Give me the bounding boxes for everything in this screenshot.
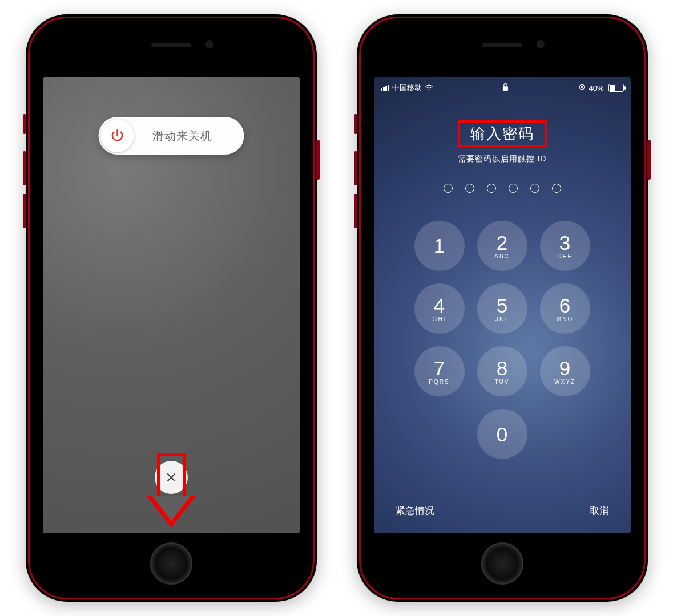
cellular-signal-icon: [381, 85, 389, 91]
numeric-keypad: 1 2ABC 3DEF 4GHI 5JKL 6MNO 7PQRS 8TUV 9W…: [374, 221, 631, 459]
power-off-screen: 滑动来关机 取消: [43, 77, 300, 533]
front-camera: [205, 40, 213, 48]
keypad-key-4[interactable]: 4GHI: [414, 283, 465, 334]
home-button[interactable]: [150, 542, 192, 585]
wifi-icon: [425, 84, 433, 92]
keypad-key-8[interactable]: 8TUV: [477, 346, 527, 396]
volume-up-button[interactable]: [23, 151, 26, 185]
keypad-key-9[interactable]: 9WXYZ: [540, 346, 590, 396]
keypad-key-6[interactable]: 6MNO: [540, 283, 590, 334]
passcode-title: 输入密码: [470, 124, 534, 144]
passcode-dot: [509, 184, 518, 193]
keypad-key-1[interactable]: 1: [414, 221, 465, 271]
power-button[interactable]: [316, 140, 320, 180]
passcode-dot: [465, 184, 474, 193]
speaker-grill: [151, 43, 191, 47]
phone-frame-left: 滑动来关机 取消: [26, 14, 317, 602]
volume-up-button[interactable]: [354, 151, 357, 185]
passcode-dot: [530, 184, 539, 193]
keypad-key-7[interactable]: 7PQRS: [414, 346, 465, 396]
mute-switch[interactable]: [23, 114, 26, 134]
svg-point-0: [428, 88, 429, 90]
lock-icon: [502, 83, 509, 93]
keypad-key-2[interactable]: 2ABC: [477, 221, 527, 271]
passcode-dot: [487, 184, 496, 193]
volume-down-button[interactable]: [23, 194, 26, 228]
annotation-arrow-icon: [157, 453, 186, 496]
keypad-key-5[interactable]: 5JKL: [477, 283, 527, 334]
battery-icon: [607, 84, 624, 92]
svg-rect-2: [582, 86, 583, 88]
mute-switch[interactable]: [354, 114, 357, 134]
status-bar: 中国移动 40%: [374, 77, 631, 95]
carrier-label: 中国移动: [392, 83, 422, 93]
passcode-dots: [374, 184, 631, 193]
keypad-key-3[interactable]: 3DEF: [540, 221, 590, 271]
battery-percent: 40%: [589, 84, 603, 92]
power-off-slider[interactable]: 滑动来关机: [98, 117, 244, 155]
passcode-dot: [552, 184, 561, 193]
cancel-button[interactable]: 取消: [590, 504, 609, 517]
keypad-key-0[interactable]: 0: [477, 409, 527, 459]
power-button[interactable]: [647, 140, 651, 180]
phone-frame-right: 中国移动 40% 输入密码: [357, 14, 648, 602]
annotation-highlight-box: 输入密码: [458, 120, 547, 147]
passcode-subtitle: 需要密码以启用触控 ID: [374, 154, 631, 164]
orientation-lock-icon: [578, 83, 586, 92]
passcode-dot: [444, 184, 453, 193]
emergency-button[interactable]: 紧急情况: [396, 504, 434, 517]
passcode-screen: 中国移动 40% 输入密码: [374, 77, 631, 533]
volume-down-button[interactable]: [354, 194, 357, 228]
power-icon[interactable]: [100, 119, 134, 152]
home-button[interactable]: [481, 542, 523, 585]
power-off-slider-label: 滑动来关机: [134, 128, 244, 144]
speaker-grill: [482, 43, 522, 47]
svg-rect-1: [503, 86, 509, 91]
front-camera: [537, 40, 545, 48]
annotation-arrow-head-icon: [146, 496, 196, 528]
